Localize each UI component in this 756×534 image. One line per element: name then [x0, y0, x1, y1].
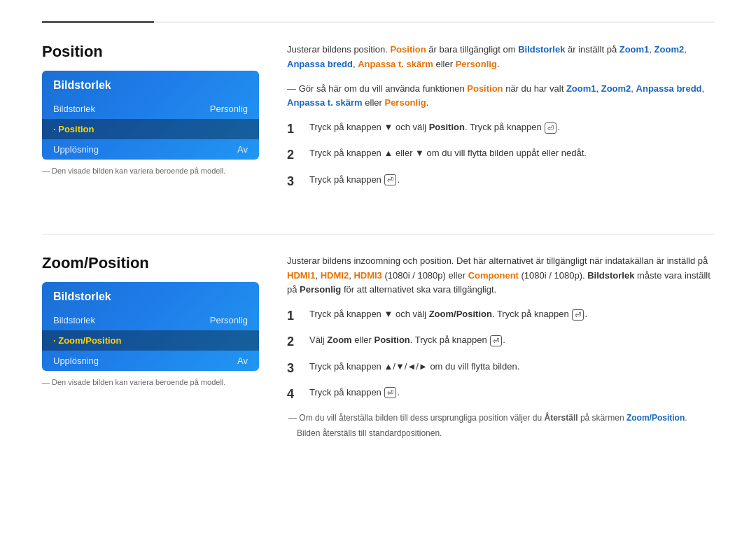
step-zoom-bold-2b: Position	[374, 335, 410, 345]
note-line-position: Gör så här om du vill använda funktionen…	[287, 82, 714, 111]
note-zoom: Den visade bilden kan variera beroende p…	[42, 378, 259, 386]
note-position: Den visade bilden kan variera beroende p…	[42, 167, 259, 175]
menu-card-zoom: Bildstorlek Bildstorlek Personlig · Zoom…	[42, 282, 259, 371]
menu-row-bildstorlek-2: Bildstorlek Personlig	[42, 310, 259, 330]
note-zoom1: Zoom1	[566, 83, 596, 94]
step-zoom-text-1: Tryck på knappen ▼ och välj Zoom/Positio…	[309, 307, 714, 322]
desc-personlig-2: Personlig	[300, 284, 341, 295]
step-zoom-num-2: 2	[287, 333, 300, 351]
note-anpassa-bredd: Anpassa bredd	[636, 83, 702, 94]
section-position: Position Bildstorlek Bildstorlek Personl…	[42, 43, 714, 199]
desc-anpassa-t: Anpassa t. skärm	[358, 59, 433, 69]
top-dividers	[42, 21, 714, 23]
desc-position: Justerar bildens position. Position är b…	[287, 43, 714, 72]
menu-row-zoom-selected: · Zoom/Position	[42, 330, 259, 351]
menu-row-label-2: Bildstorlek	[53, 315, 95, 325]
menu-row-value-1: Personlig	[210, 104, 248, 114]
section-position-right: Justerar bildens position. Position är b…	[287, 43, 714, 199]
section-position-left: Position Bildstorlek Bildstorlek Personl…	[42, 43, 259, 199]
btn-icon-z2: ⏎	[490, 335, 502, 346]
desc-zoom1: Zoom1	[620, 44, 650, 55]
menu-card-zoom-header: Bildstorlek	[42, 282, 259, 310]
menu-row-label-uppl-2: Upplösning	[53, 356, 99, 366]
step-text-2: Tryck på knappen ▲ eller ▼ om du vill fl…	[309, 146, 714, 161]
desc-zoom: Justerar bildens inzoomning och position…	[287, 254, 714, 297]
sub-note-extra: Bilden återställs till standardpositione…	[287, 427, 714, 440]
desc-anpassa-bredd: Anpassa bredd	[287, 59, 353, 69]
step1-position: Position	[429, 122, 465, 132]
section-zoom-title: Zoom/Position	[42, 254, 259, 272]
btn-icon-z4: ⏎	[384, 387, 396, 398]
sub-note-zoompos: Zoom/Position	[626, 413, 685, 423]
btn-icon-3: ⏎	[384, 174, 396, 185]
sub-note-återställ: Återställ	[545, 413, 578, 423]
desc-position-note: Gör så här om du vill använda funktionen…	[287, 82, 714, 111]
page-container: Position Bildstorlek Bildstorlek Personl…	[0, 0, 756, 489]
menu-card-position-header: Bildstorlek	[42, 71, 259, 99]
btn-icon-1: ⏎	[545, 122, 556, 134]
divider-thin	[154, 22, 714, 22]
menu-row-upplösning-1: Upplösning Av	[42, 139, 259, 160]
desc-bildstorlek-bold: Bildstorlek	[518, 44, 565, 55]
step-zoom-bold-1: Zoom/Position	[429, 309, 492, 319]
step-zoom-text-4: Tryck på knappen ⏎.	[309, 386, 714, 400]
menu-card-position: Bildstorlek Bildstorlek Personlig · Posi…	[42, 71, 259, 160]
step-zoom-2: 2 Välj Zoom eller Position. Tryck på kna…	[287, 333, 714, 351]
menu-row-label-1: Bildstorlek	[53, 104, 95, 114]
menu-row-upplösning-2: Upplösning Av	[42, 351, 259, 371]
step-num-3: 3	[287, 173, 300, 190]
desc-bildstorlek-2: Bildstorlek	[587, 270, 634, 281]
menu-row-label-uppl-1: Upplösning	[53, 144, 99, 155]
section-position-title: Position	[42, 43, 259, 61]
step-zoom-3: 3 Tryck på knappen ▲/▼/◄/► om du vill fl…	[287, 360, 714, 377]
step-text-1: Tryck på knappen ▼ och välj Position. Tr…	[309, 120, 714, 135]
section-separator	[42, 234, 714, 234]
desc-personlig: Personlig	[456, 59, 497, 69]
steps-list-position: 1 Tryck på knappen ▼ och välj Position. …	[287, 120, 714, 190]
menu-row-label-zoom: · Zoom/Position	[53, 335, 122, 346]
sub-note-zoom: Om du vill återställa bilden till dess u…	[287, 412, 714, 424]
step-position-2: 2 Tryck på knappen ▲ eller ▼ om du vill …	[287, 146, 714, 164]
btn-icon-z1: ⏎	[572, 309, 584, 321]
steps-list-zoom: 1 Tryck på knappen ▼ och välj Zoom/Posit…	[287, 307, 714, 403]
desc-position-bold1: Position	[390, 44, 426, 55]
divider-thick	[42, 21, 154, 23]
step-zoom-bold-2a: Zoom	[327, 335, 351, 345]
step-zoom-text-3: Tryck på knappen ▲/▼/◄/► om du vill flyt…	[309, 360, 714, 374]
step-zoom-4: 4 Tryck på knappen ⏎.	[287, 386, 714, 403]
menu-row-bildstorlek-1: Bildstorlek Personlig	[42, 99, 259, 119]
step-zoom-num-1: 1	[287, 307, 300, 325]
menu-row-label-position: · Position	[53, 124, 94, 134]
desc-hdmi2: HDMI2	[321, 270, 349, 281]
section-zoom-right: Justerar bildens inzoomning och position…	[287, 254, 714, 440]
note-anpassa-t: Anpassa t. skärm	[287, 97, 363, 108]
desc-hdmi3: HDMI3	[354, 270, 382, 281]
step-zoom-num-4: 4	[287, 386, 300, 403]
step-position-1: 1 Tryck på knappen ▼ och välj Position. …	[287, 120, 714, 138]
note-personlig: Personlig	[384, 97, 426, 108]
step-zoom-num-3: 3	[287, 360, 300, 377]
step-zoom-1: 1 Tryck på knappen ▼ och välj Zoom/Posit…	[287, 307, 714, 325]
step-position-3: 3 Tryck på knappen ⏎.	[287, 173, 714, 190]
step-zoom-text-2: Välj Zoom eller Position. Tryck på knapp…	[309, 333, 714, 348]
section-zoom-left: Zoom/Position Bildstorlek Bildstorlek Pe…	[42, 254, 259, 440]
desc-hdmi1: HDMI1	[287, 270, 315, 281]
desc-zoom2: Zoom2	[654, 44, 685, 55]
menu-row-value-uppl-1: Av	[237, 144, 248, 155]
step-num-1: 1	[287, 120, 300, 138]
note-zoom2: Zoom2	[601, 83, 631, 94]
menu-row-value-2: Personlig	[210, 315, 248, 325]
section-zoom-position: Zoom/Position Bildstorlek Bildstorlek Pe…	[42, 254, 714, 440]
menu-row-position-selected: · Position	[42, 119, 259, 139]
step-num-2: 2	[287, 146, 300, 164]
menu-row-value-uppl-2: Av	[237, 356, 248, 366]
note-position-func: Position	[467, 83, 503, 94]
step-text-3: Tryck på knappen ⏎.	[309, 173, 714, 188]
desc-component: Component	[468, 270, 519, 281]
